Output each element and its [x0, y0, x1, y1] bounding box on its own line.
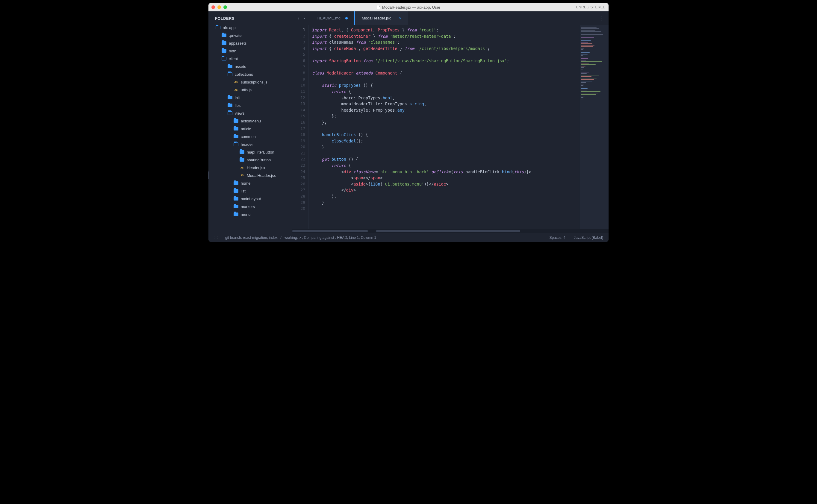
- tree-item[interactable]: libs: [208, 101, 292, 109]
- tree-item-label: aix-app: [223, 25, 236, 30]
- tree-item-label: sharingButton: [247, 158, 271, 162]
- tree-item[interactable]: list: [208, 187, 292, 195]
- tree-item-label: libs: [235, 103, 241, 108]
- window-controls: [211, 5, 227, 9]
- tree-item[interactable]: header: [208, 140, 292, 148]
- tabbar: ‹ › README.mdModalHeader.jsx× ⋮: [292, 11, 609, 25]
- tree-item-label: Header.jsx: [247, 166, 265, 170]
- folder-icon: [234, 181, 238, 185]
- tree-item-label: actionMenu: [241, 119, 261, 123]
- tab-label: ModalHeader.jsx: [362, 16, 391, 20]
- tree-item[interactable]: menu: [208, 210, 292, 218]
- tree-item[interactable]: JSsubscriptions.js: [208, 78, 292, 86]
- tree-item-label: common: [241, 134, 256, 139]
- panel-switcher-icon[interactable]: [214, 236, 218, 239]
- status-syntax[interactable]: JavaScript (Babel): [574, 236, 603, 240]
- tree-item[interactable]: JSModalHeader.jsx: [208, 171, 292, 179]
- statusbar: git branch: react-migration, index: ✓, w…: [208, 233, 609, 242]
- tree-item[interactable]: mapFilterButton: [208, 148, 292, 156]
- folder-icon: [234, 197, 238, 201]
- close-window-icon[interactable]: [211, 5, 215, 9]
- nav-forward-icon[interactable]: ›: [303, 16, 305, 21]
- folder-icon: [234, 119, 238, 123]
- dirty-indicator-icon: [345, 17, 348, 19]
- tree-item[interactable]: client: [208, 55, 292, 63]
- editor[interactable]: 1234567891011121314151617181920212223242…: [292, 25, 609, 229]
- tree-item-label: mapFilterButton: [247, 150, 274, 154]
- sidebar: FOLDERS aix-app.privateappassetsbothclie…: [208, 11, 292, 233]
- tree-item[interactable]: mainLayout: [208, 195, 292, 203]
- folder-tree: aix-app.privateappassetsbothclientassets…: [208, 24, 292, 218]
- tree-item[interactable]: views: [208, 109, 292, 117]
- tree-item-label: mainLayout: [241, 197, 261, 201]
- tree-item[interactable]: JSHeader.jsx: [208, 164, 292, 171]
- folder-icon: [222, 34, 226, 37]
- minimap[interactable]: [579, 25, 609, 229]
- titlebar[interactable]: ModalHeader.jsx — aix-app, User UNREGIST…: [208, 3, 609, 11]
- tree-item-label: list: [241, 189, 245, 193]
- tree-item[interactable]: home: [208, 179, 292, 187]
- horizontal-scrollbar[interactable]: [292, 229, 609, 233]
- tabs: README.mdModalHeader.jsx×: [310, 11, 408, 25]
- folder-open-icon: [228, 72, 232, 76]
- tab[interactable]: README.md: [310, 11, 354, 25]
- minimize-window-icon[interactable]: [217, 5, 221, 9]
- folder-icon: [222, 49, 226, 53]
- folder-icon: [239, 150, 244, 154]
- folder-open-icon: [234, 142, 238, 146]
- js-file-icon: JS: [239, 174, 244, 177]
- tree-item-label: appassets: [229, 41, 246, 45]
- file-icon: [377, 5, 380, 9]
- editor-window: ModalHeader.jsx — aix-app, User UNREGIST…: [208, 3, 609, 242]
- js-file-icon: JS: [234, 80, 238, 84]
- window-title-text: ModalHeader.jsx — aix-app, User: [382, 5, 440, 10]
- tree-item-label: utils.js: [241, 88, 251, 92]
- nav-arrows: ‹ ›: [292, 16, 310, 21]
- status-spaces[interactable]: Spaces: 4: [550, 236, 566, 240]
- tree-item[interactable]: article: [208, 125, 292, 133]
- tree-item-label: ModalHeader.jsx: [247, 173, 276, 178]
- tree-item[interactable]: collections: [208, 70, 292, 78]
- folder-icon: [228, 65, 232, 68]
- tree-item-label: collections: [235, 72, 253, 77]
- tree-item-label: client: [229, 57, 238, 61]
- folder-icon: [234, 189, 238, 193]
- folder-icon: [239, 158, 244, 162]
- tree-item-label: views: [235, 111, 245, 116]
- tree-item-label: header: [241, 142, 253, 147]
- tree-item[interactable]: init: [208, 94, 292, 101]
- tree-item[interactable]: common: [208, 133, 292, 140]
- folder-icon: [228, 104, 232, 107]
- folders-header: FOLDERS: [208, 16, 292, 24]
- js-file-icon: JS: [239, 166, 244, 169]
- zoom-window-icon[interactable]: [223, 5, 227, 9]
- line-gutter: 1234567891011121314151617181920212223242…: [292, 25, 308, 229]
- tree-item[interactable]: both: [208, 47, 292, 55]
- tab-label: README.md: [317, 16, 340, 20]
- folder-open-icon: [216, 26, 220, 29]
- folder-icon: [234, 135, 238, 138]
- window-title: ModalHeader.jsx — aix-app, User: [208, 5, 609, 10]
- tree-item[interactable]: assets: [208, 63, 292, 70]
- code-area[interactable]: import React, { Component, PropTypes } f…: [308, 25, 579, 229]
- tree-item[interactable]: actionMenu: [208, 117, 292, 125]
- tree-item[interactable]: .private: [208, 31, 292, 39]
- close-tab-icon[interactable]: ×: [399, 16, 401, 20]
- more-menu-icon[interactable]: ⋮: [594, 15, 609, 22]
- folder-icon: [228, 96, 232, 99]
- tree-item-label: assets: [235, 64, 246, 69]
- tree-item[interactable]: appassets: [208, 39, 292, 47]
- tree-item[interactable]: markers: [208, 203, 292, 210]
- folder-icon: [234, 205, 238, 208]
- unregistered-label: UNREGISTERED: [576, 5, 606, 9]
- nav-back-icon[interactable]: ‹: [298, 16, 299, 21]
- status-left[interactable]: git branch: react-migration, index: ✓, w…: [225, 236, 376, 240]
- tree-item-label: .private: [229, 33, 242, 38]
- tree-item[interactable]: aix-app: [208, 24, 292, 31]
- tree-item[interactable]: sharingButton: [208, 156, 292, 164]
- tree-item-label: menu: [241, 212, 251, 217]
- tab-active[interactable]: ModalHeader.jsx×: [354, 11, 408, 25]
- js-file-icon: JS: [234, 88, 238, 92]
- tree-item[interactable]: JSutils.js: [208, 86, 292, 94]
- folder-open-icon: [228, 111, 232, 115]
